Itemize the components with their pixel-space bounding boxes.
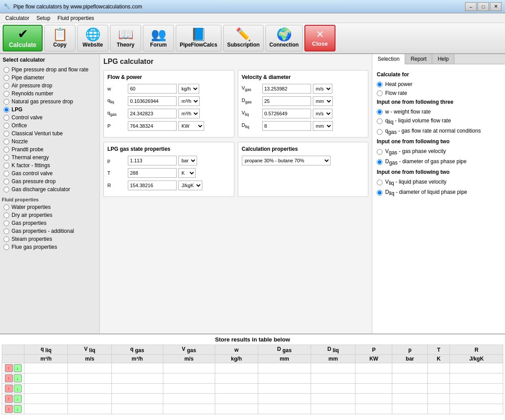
sidebar-item-gas-discharge[interactable]: Gas discharge calculator [2, 185, 98, 193]
sidebar-item-control-valve[interactable]: Control valve [2, 114, 98, 122]
menu-fluid-properties[interactable]: Fluid properties [54, 14, 98, 22]
row-up-btn-5[interactable]: ↑ [5, 405, 13, 413]
tab-selection[interactable]: Selection [372, 54, 405, 64]
sidebar-item-dry-air[interactable]: Dry air properties [2, 211, 98, 219]
field-unit-w[interactable]: kg/hkg/slb/h [178, 84, 199, 94]
field-input-r[interactable] [128, 181, 177, 190]
sidebar-item-lpg[interactable]: LPG [2, 106, 98, 114]
sidebar-item-pipe-diameter[interactable]: Pipe diameter [2, 74, 98, 82]
minimize-button[interactable]: – [465, 2, 477, 11]
sidebar-item-air-pressure[interactable]: Air pressure drop [2, 82, 98, 90]
sidebar-item-prandtl[interactable]: Prandtl probe [2, 145, 98, 153]
radio-vliq-input[interactable] [377, 180, 383, 185]
field-unit-r[interactable]: J/kgK [178, 181, 202, 190]
row-down-btn-5[interactable]: ↓ [14, 405, 22, 413]
sidebar-radio-flue-gas[interactable] [4, 244, 9, 250]
theory-button[interactable]: 📖 Theory [110, 25, 141, 51]
row-up-btn-3[interactable]: ↑ [5, 385, 13, 393]
close-window-button[interactable]: ✕ [490, 2, 501, 11]
forum-button[interactable]: 👥 Forum [143, 25, 174, 51]
sidebar-item-gas-pressure[interactable]: Gas pressure drop [2, 177, 98, 185]
row-down-btn-2[interactable]: ↓ [14, 374, 22, 382]
row-down-btn-1[interactable]: ↓ [14, 364, 22, 372]
sidebar-radio-gas-discharge[interactable] [4, 187, 9, 192]
website-button[interactable]: 🌐 Website [77, 25, 108, 51]
sidebar-item-orifice[interactable]: Orifice [2, 122, 98, 130]
connection-button[interactable]: 🌍 Connection [265, 25, 303, 51]
calc-props-select[interactable]: propane 30% - butane 70% propane 100% bu… [242, 156, 331, 165]
field-input-q-liq[interactable] [128, 96, 177, 106]
sidebar-radio-nozzle[interactable] [4, 139, 9, 145]
field-unit-temp[interactable]: K°C°F [178, 168, 196, 178]
radio-dgas-input[interactable] [377, 159, 383, 165]
field-unit-v-gas[interactable]: m/sft/s [313, 84, 332, 94]
field-unit-pressure[interactable]: barpsiPa [178, 156, 197, 165]
field-input-q-gas[interactable] [128, 109, 177, 118]
sidebar-radio-air-pressure[interactable] [4, 83, 9, 89]
field-unit-q-gas[interactable]: m³/hft³/h [178, 109, 200, 118]
sidebar-radio-steam[interactable] [4, 236, 9, 242]
sidebar-radio-gas-control[interactable] [4, 171, 9, 177]
sidebar-item-kfactor[interactable]: K factor - fittings [2, 161, 98, 169]
field-unit-d-liq[interactable]: mmincm [313, 121, 333, 131]
sidebar-item-natural-gas[interactable]: Natural gas pressure drop [2, 98, 98, 106]
tab-report[interactable]: Report [405, 54, 432, 64]
radio-qgas-input[interactable] [377, 129, 383, 135]
tab-help[interactable]: Help [432, 54, 454, 64]
field-input-d-gas[interactable] [262, 96, 311, 106]
menu-setup[interactable]: Setup [33, 14, 54, 22]
sidebar-radio-gas-add[interactable] [4, 228, 9, 234]
field-unit-d-gas[interactable]: mmincm [313, 96, 333, 106]
maximize-button[interactable]: □ [477, 2, 489, 11]
sidebar-radio-kfactor[interactable] [4, 163, 9, 169]
sidebar-radio-water[interactable] [4, 204, 9, 210]
sidebar-radio-control-valve[interactable] [4, 115, 9, 121]
sidebar-item-reynolds[interactable]: Reynolds number [2, 90, 98, 98]
field-input-d-liq[interactable] [262, 121, 311, 131]
radio-flow-rate-input[interactable] [377, 90, 383, 96]
sidebar-radio-orifice[interactable] [4, 123, 9, 129]
radio-qliq-input[interactable] [377, 118, 383, 124]
field-input-v-liq[interactable] [262, 109, 311, 118]
row-up-btn-1[interactable]: ↑ [5, 364, 13, 372]
sidebar-radio-reynolds[interactable] [4, 91, 9, 97]
field-input-pressure[interactable] [128, 156, 177, 165]
field-unit-p[interactable]: KWWBTU/h [178, 121, 204, 131]
sidebar-item-water[interactable]: Water properties [2, 203, 98, 211]
radio-dliq-input[interactable] [377, 190, 383, 196]
field-unit-q-liq[interactable]: m³/hl/s [178, 96, 200, 106]
row-up-btn-2[interactable]: ↑ [5, 374, 13, 382]
sidebar-item-gas-control[interactable]: Gas control valve [2, 169, 98, 177]
subscription-button[interactable]: ✏️ Subscription [223, 25, 264, 51]
sidebar-item-pipe-pressure[interactable]: Pipe pressure drop and flow rate [2, 66, 98, 74]
sidebar-radio-pipe-pressure[interactable] [4, 67, 9, 73]
menu-calculator[interactable]: Calculator [2, 14, 33, 22]
sidebar-radio-prandtl[interactable] [4, 147, 9, 153]
pipeflowcalcs-button[interactable]: 📘 PipeFlowCalcs [176, 25, 221, 51]
row-up-btn-4[interactable]: ↑ [5, 395, 13, 403]
copy-button[interactable]: 📋 Copy [44, 25, 75, 51]
sidebar-radio-venturi[interactable] [4, 131, 9, 137]
row-down-btn-4[interactable]: ↓ [14, 395, 22, 403]
field-input-w[interactable] [128, 84, 177, 94]
sidebar-item-flue-gas[interactable]: Flue gas properties [2, 243, 98, 251]
field-input-temp[interactable] [128, 168, 177, 178]
sidebar-radio-dry-air[interactable] [4, 212, 9, 218]
sidebar-item-steam[interactable]: Steam properties [2, 235, 98, 243]
field-unit-v-liq[interactable]: m/sft/s [313, 109, 332, 118]
radio-heat-power-input[interactable] [377, 82, 383, 87]
radio-vgas-input[interactable] [377, 149, 383, 155]
sidebar-radio-gas-props[interactable] [4, 220, 9, 226]
sidebar-item-thermal[interactable]: Thermal energy [2, 153, 98, 161]
calculate-button[interactable]: ✔ Calculate [3, 25, 43, 51]
sidebar-item-nozzle[interactable]: Nozzle [2, 137, 98, 145]
field-input-p[interactable] [128, 121, 177, 131]
field-input-v-gas[interactable] [262, 84, 311, 94]
sidebar-item-gas-props[interactable]: Gas properties [2, 219, 98, 227]
sidebar-radio-thermal[interactable] [4, 155, 9, 161]
sidebar-radio-natural-gas[interactable] [4, 99, 9, 105]
radio-w-input[interactable] [377, 109, 383, 115]
sidebar-item-gas-add[interactable]: Gas properties - additional [2, 227, 98, 235]
close-button[interactable]: ✕ Close [304, 25, 335, 51]
row-down-btn-3[interactable]: ↓ [14, 385, 22, 393]
